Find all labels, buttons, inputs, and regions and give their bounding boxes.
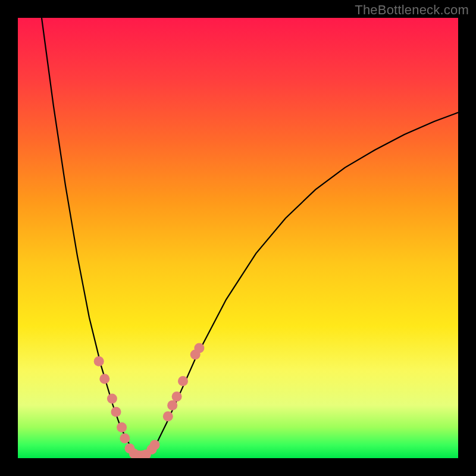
highlight-dot — [111, 407, 121, 417]
highlight-dot — [117, 422, 127, 433]
curve-left — [42, 18, 137, 457]
highlight-dot — [99, 374, 109, 384]
highlight-dot — [163, 411, 173, 421]
plot-area — [18, 18, 458, 458]
highlight-dot — [107, 394, 117, 404]
highlight-dot — [167, 400, 177, 411]
highlight-dots-group — [94, 343, 205, 459]
highlight-dot — [172, 392, 182, 402]
chart-frame: TheBottleneck.com — [0, 0, 476, 476]
watermark-text: TheBottleneck.com — [355, 2, 469, 18]
curve-right — [137, 112, 458, 457]
highlight-dot — [178, 376, 188, 386]
highlight-dot — [194, 343, 204, 353]
curve-overlay — [18, 18, 458, 458]
highlight-dot — [94, 356, 104, 367]
highlight-dot — [150, 440, 160, 450]
highlight-dot — [120, 433, 130, 443]
